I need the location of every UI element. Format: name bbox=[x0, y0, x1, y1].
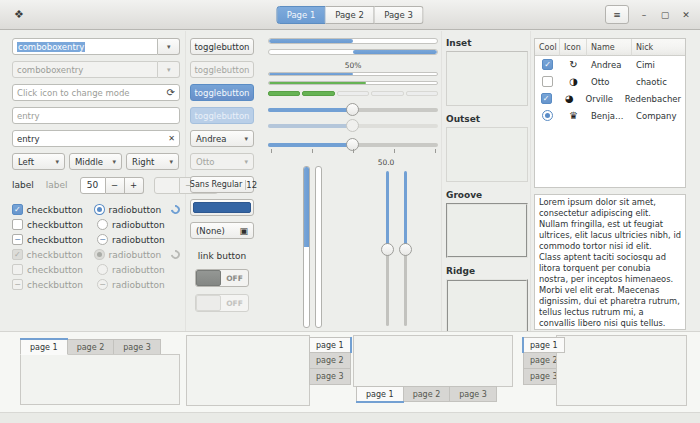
refresh-icon[interactable]: ⟳ bbox=[167, 87, 175, 98]
row-checkbox-checked[interactable]: ✓ bbox=[541, 93, 552, 104]
table-row[interactable]: ✓ ◕ Orville Redenbacher bbox=[535, 90, 685, 107]
tab-page-2[interactable]: page 2 bbox=[309, 353, 351, 369]
label-disabled: label bbox=[46, 180, 68, 190]
tab-page-2[interactable]: Page 2 bbox=[326, 6, 375, 24]
minimize-button[interactable]: – bbox=[638, 10, 650, 20]
plain-entry[interactable] bbox=[12, 107, 180, 124]
clear-icon[interactable]: ✕ bbox=[168, 134, 175, 143]
radiobutton-indeterminate-disabled: − bbox=[97, 279, 108, 290]
lorem-textview[interactable]: Lorem ipsum dolor sit amet, consectetur … bbox=[534, 194, 686, 330]
mode-entry[interactable]: Click icon to change mode ⟳ bbox=[12, 84, 180, 101]
hamburger-menu-button[interactable]: ≡ bbox=[605, 5, 629, 24]
progress-label: 50% bbox=[268, 61, 438, 70]
chevron-down-icon: ▾ bbox=[244, 158, 248, 166]
tab-page-1[interactable]: page 1 bbox=[20, 339, 68, 355]
radiobutton-unselected[interactable] bbox=[97, 219, 108, 230]
treeview: Cool Icon Name Nick ✓ ↻ Andrea Cimi ◑ Ot… bbox=[534, 38, 686, 188]
headerbar: ❖ Page 1 Page 2 Page 3 ≡ – ▢ ✕ bbox=[0, 0, 700, 30]
close-button[interactable]: ✕ bbox=[680, 10, 692, 20]
checkbutton-indeterminate[interactable]: − bbox=[12, 234, 23, 245]
frame-ridge bbox=[446, 279, 528, 334]
combobox-entry-dropdown[interactable]: ▾ bbox=[158, 38, 180, 55]
tab-page-2[interactable]: page 2 bbox=[68, 339, 115, 355]
column-header-nick[interactable]: Nick bbox=[632, 39, 685, 56]
row-checkbox-checked[interactable]: ✓ bbox=[542, 59, 553, 70]
notebook-pane bbox=[556, 335, 687, 406]
scale-handle[interactable] bbox=[381, 243, 394, 256]
vscale-thin[interactable] bbox=[398, 171, 411, 326]
hscale-disabled bbox=[268, 119, 438, 133]
app-chooser-button[interactable]: (None) ▣ bbox=[190, 222, 254, 239]
frame-title-outset: Outset bbox=[446, 114, 528, 124]
vscale-filled-bottom[interactable] bbox=[315, 166, 322, 328]
switch-off[interactable]: OFF bbox=[195, 269, 249, 287]
name-combobox[interactable]: Andrea▾ bbox=[190, 130, 254, 147]
spin-minus-button[interactable]: − bbox=[106, 177, 125, 194]
tab-page-3[interactable]: page 3 bbox=[114, 339, 161, 355]
notebook-tabs-bottom: page 1 page 2 page 3 bbox=[356, 386, 497, 402]
three-quarter-circle-icon: ◕ bbox=[557, 93, 581, 104]
half-circle-icon: ◑ bbox=[560, 76, 587, 87]
chevron-down-icon: ▾ bbox=[244, 135, 248, 143]
widget-factory-window: ❖ Page 1 Page 2 Page 3 ≡ – ▢ ✕ comboboxe… bbox=[0, 0, 700, 423]
checkbutton-indeterminate-disabled: − bbox=[12, 279, 23, 290]
notebooks-strip: page 1 page 2 page 3 page 1 page 2 page … bbox=[0, 331, 700, 412]
frame-title-inset: Inset bbox=[446, 38, 528, 48]
frame-outset bbox=[446, 127, 528, 182]
checkbutton-checked[interactable]: ✓ bbox=[12, 204, 23, 215]
radiobutton-indeterminate[interactable]: − bbox=[97, 234, 108, 245]
switch-handle[interactable] bbox=[196, 270, 221, 286]
separator bbox=[530, 31, 531, 331]
vscale-filled-top[interactable] bbox=[303, 166, 310, 328]
hscale-with-marks[interactable] bbox=[268, 138, 438, 152]
scale-handle-disabled bbox=[346, 119, 359, 132]
progressbar bbox=[268, 38, 438, 44]
spinbutton[interactable]: 50 − + bbox=[80, 177, 144, 194]
frames-column: Inset Outset Groove Ridge bbox=[446, 38, 528, 342]
tab-page-3[interactable]: Page 3 bbox=[375, 6, 424, 24]
table-row[interactable]: ◑ Otto chaotic bbox=[535, 73, 685, 90]
checkbutton-unchecked[interactable] bbox=[12, 219, 23, 230]
checks-radios-group: ✓ checkbutton radiobutton checkbutton ra… bbox=[12, 202, 180, 292]
tab-page-2[interactable]: page 2 bbox=[404, 386, 451, 402]
maximize-button[interactable]: ▢ bbox=[659, 10, 671, 20]
row-checkbox-unchecked[interactable] bbox=[542, 76, 553, 87]
row-radio-selected[interactable] bbox=[542, 110, 553, 121]
togglebutton-active[interactable]: togglebutton bbox=[190, 84, 254, 101]
tab-page-1[interactable]: page 1 bbox=[309, 337, 351, 353]
entries-column: comboboxentry ▾ comboboxentry ▾ Click ic… bbox=[12, 38, 180, 292]
scale-handle[interactable] bbox=[346, 103, 359, 116]
link-button[interactable]: link button bbox=[190, 251, 254, 261]
table-row[interactable]: ♛ Benja… Company bbox=[535, 107, 685, 124]
tab-page-1[interactable]: page 1 bbox=[356, 386, 404, 402]
tab-page-1[interactable]: Page 1 bbox=[277, 6, 326, 24]
column-header-icon[interactable]: Icon bbox=[560, 39, 587, 56]
refresh-glyph-icon: ↻ bbox=[560, 59, 587, 70]
scale-handle[interactable] bbox=[399, 243, 412, 256]
tab-page-3[interactable]: page 3 bbox=[450, 386, 497, 402]
vscale-with-marks[interactable] bbox=[380, 171, 393, 326]
color-button[interactable] bbox=[190, 199, 254, 216]
font-button[interactable]: Sans Regular 12 bbox=[190, 176, 254, 193]
column-header-name[interactable]: Name bbox=[587, 39, 632, 56]
tab-page-3[interactable]: page 3 bbox=[309, 369, 351, 385]
combo-middle[interactable]: Middle▾ bbox=[69, 153, 122, 170]
page-switcher: Page 1 Page 2 Page 3 bbox=[277, 6, 424, 24]
combobox-entry-text[interactable]: comboboxentry bbox=[12, 38, 158, 55]
column-header-cool[interactable]: Cool bbox=[535, 39, 560, 56]
spin-plus-button[interactable]: + bbox=[125, 177, 144, 194]
clearable-entry[interactable]: entry ✕ bbox=[12, 130, 180, 147]
table-row[interactable]: ✓ ↻ Andrea Cimi bbox=[535, 56, 685, 73]
mode-entry-placeholder: Click icon to change mode bbox=[17, 88, 130, 98]
separator bbox=[441, 31, 442, 331]
combo-right[interactable]: Right▾ bbox=[126, 153, 179, 170]
combo-left[interactable]: Left▾ bbox=[12, 153, 65, 170]
tab-page-1[interactable]: page 1 bbox=[523, 337, 565, 353]
spinbutton-value[interactable]: 50 bbox=[80, 177, 106, 194]
radiobutton-selected[interactable] bbox=[94, 204, 105, 215]
togglebutton[interactable]: togglebutton bbox=[190, 38, 254, 55]
progressbar-rtl bbox=[268, 49, 438, 55]
frame-inset bbox=[446, 51, 528, 106]
hscale[interactable] bbox=[268, 103, 438, 117]
combobox-entry[interactable]: comboboxentry ▾ bbox=[12, 38, 180, 55]
